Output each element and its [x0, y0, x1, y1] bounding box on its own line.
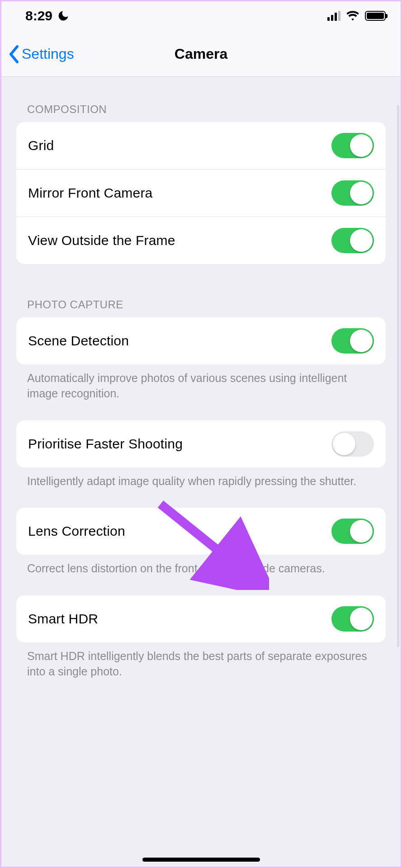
group-composition: Grid Mirror Front Camera View Outside th… [16, 122, 386, 264]
toggle-lens-correction[interactable] [331, 519, 374, 544]
group-scene-detection: Scene Detection [16, 317, 386, 364]
row-label: Scene Detection [28, 333, 129, 349]
note-lens-correction: Correct lens distortion on the front and… [16, 555, 386, 576]
do-not-disturb-icon [57, 9, 70, 22]
group-lens-correction: Lens Correction [16, 508, 386, 555]
row-label: View Outside the Frame [28, 233, 175, 248]
row-prioritise-faster-shooting: Prioritise Faster Shooting [16, 420, 386, 467]
page-title: Camera [175, 46, 227, 62]
note-prioritise-faster-shooting: Intelligently adapt image quality when r… [16, 467, 386, 489]
settings-screen: 8:29 Settings Camera COMPOSITION [0, 0, 402, 868]
toggle-smart-hdr[interactable] [331, 606, 374, 632]
toggle-grid[interactable] [331, 133, 374, 158]
scroll-indicator [397, 105, 399, 647]
group-prioritise-faster-shooting: Prioritise Faster Shooting [16, 420, 386, 467]
battery-icon [365, 11, 386, 21]
wifi-icon [346, 9, 359, 23]
row-mirror-front-camera: Mirror Front Camera [16, 169, 386, 217]
back-button[interactable]: Settings [8, 32, 74, 76]
row-lens-correction: Lens Correction [16, 508, 386, 555]
toggle-scene-detection[interactable] [331, 328, 374, 354]
section-header-composition: COMPOSITION [16, 77, 386, 122]
row-label: Prioritise Faster Shooting [28, 436, 183, 452]
toggle-mirror-front-camera[interactable] [331, 180, 374, 206]
row-smart-hdr: Smart HDR [16, 595, 386, 642]
row-label: Grid [28, 138, 54, 153]
section-header-photo-capture: PHOTO CAPTURE [16, 264, 386, 317]
toggle-prioritise-faster-shooting[interactable] [331, 431, 374, 457]
row-view-outside-frame: View Outside the Frame [16, 217, 386, 264]
back-label: Settings [22, 46, 74, 62]
chevron-left-icon [8, 45, 20, 63]
row-label: Mirror Front Camera [28, 185, 153, 201]
content-scroll[interactable]: COMPOSITION Grid Mirror Front Camera Vie… [0, 77, 402, 698]
status-bar: 8:29 [0, 0, 402, 32]
home-indicator [142, 858, 260, 862]
row-label: Lens Correction [28, 524, 125, 539]
row-label: Smart HDR [28, 611, 98, 627]
cellular-signal-icon [327, 11, 341, 21]
note-smart-hdr: Smart HDR intelligently blends the best … [16, 642, 386, 679]
note-scene-detection: Automatically improve photos of various … [16, 364, 386, 401]
row-scene-detection: Scene Detection [16, 317, 386, 364]
group-smart-hdr: Smart HDR [16, 595, 386, 642]
status-time: 8:29 [25, 8, 52, 24]
toggle-view-outside-frame[interactable] [331, 228, 374, 253]
nav-bar: Settings Camera [0, 32, 402, 77]
row-grid: Grid [16, 122, 386, 169]
